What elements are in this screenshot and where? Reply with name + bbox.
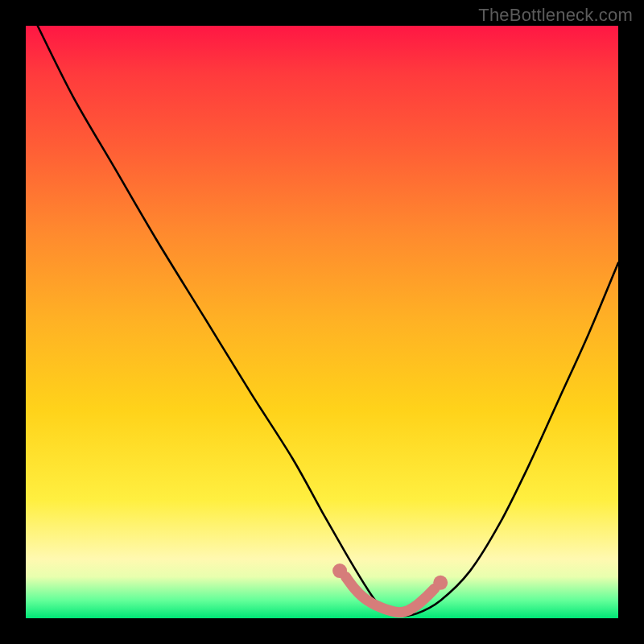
plot-area [26,26,618,618]
main-curve [38,26,618,616]
chart-svg [26,26,618,618]
watermark-text: TheBottleneck.com [478,5,633,26]
valley-marker [332,564,448,613]
chart-frame: TheBottleneck.com [0,0,644,644]
svg-point-0 [332,564,347,578]
svg-point-1 [433,576,448,590]
